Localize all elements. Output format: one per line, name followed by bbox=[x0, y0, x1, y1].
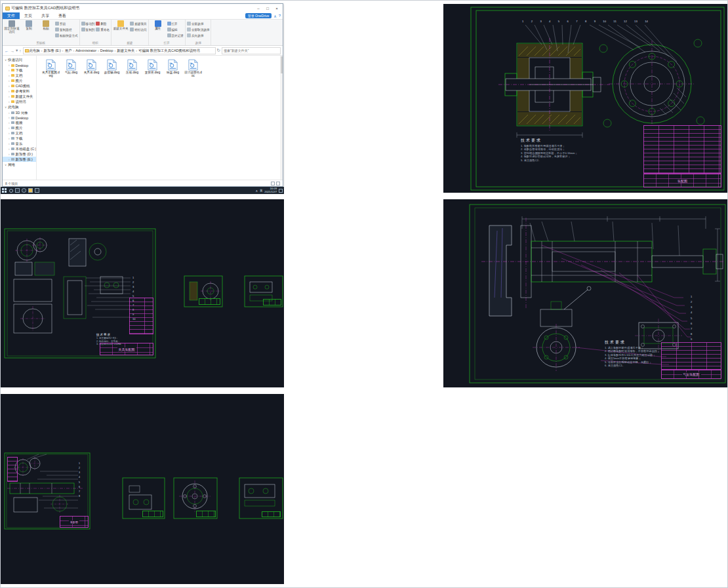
open-button[interactable]: 打开 bbox=[167, 21, 184, 26]
scrollbar-thumb[interactable] bbox=[281, 56, 283, 73]
quick-access-list: Desktop下载文档图片CAD图纸参考资料新建文件夹说明书 bbox=[3, 63, 36, 104]
sidebar-item[interactable]: 3D 对象 bbox=[3, 110, 36, 115]
invert-selection-button[interactable]: 反向选择 bbox=[187, 33, 210, 38]
maximize-button[interactable]: □ bbox=[263, 5, 272, 12]
select-none-button[interactable]: 全部取消选择 bbox=[187, 27, 210, 32]
copy-button[interactable]: 复制 bbox=[21, 20, 37, 31]
sidebar-item[interactable]: 新加卷 (E:) bbox=[3, 157, 36, 162]
sidebar-item[interactable]: 音乐 bbox=[3, 141, 36, 146]
file-item[interactable]: 夹具体.dwg bbox=[83, 59, 100, 77]
sidebar-item-label: 参考资料 bbox=[16, 89, 30, 94]
drive-icon bbox=[11, 158, 14, 161]
sidebar-item[interactable]: 视频 bbox=[3, 120, 36, 125]
parts-list-table bbox=[661, 342, 721, 370]
sidebar-item[interactable]: 本地磁盘 (C:) bbox=[3, 146, 36, 151]
this-pc-header[interactable]: 此电脑 bbox=[3, 104, 36, 110]
sidebar-item[interactable]: CAD图纸 bbox=[3, 83, 36, 88]
start-button[interactable] bbox=[2, 188, 7, 193]
sidebar-item[interactable]: Desktop bbox=[3, 115, 36, 120]
search-box[interactable] bbox=[222, 47, 281, 54]
copy-path-button[interactable]: 复制路径 bbox=[55, 27, 78, 32]
recent-dropdown-icon[interactable]: ▾ bbox=[16, 48, 18, 53]
sidebar-item[interactable]: 说明书 bbox=[3, 99, 36, 104]
rename-button[interactable]: 重命名 bbox=[96, 27, 110, 32]
window-title: 可编辑 数控加工夹具CAD图纸和说明书 bbox=[11, 5, 79, 11]
edit-button[interactable]: 编辑 bbox=[167, 27, 184, 32]
search-input[interactable] bbox=[224, 49, 279, 52]
paste-shortcut-button[interactable]: 粘贴快捷方式 bbox=[55, 33, 78, 38]
close-button[interactable]: × bbox=[272, 5, 281, 12]
edge-icon[interactable] bbox=[22, 188, 26, 193]
cad-drawing-cylinder-assembly: 123456789 技术要求 1. 进入装配的零件须清洗干净；2. 密封圈装配时… bbox=[443, 199, 727, 387]
forward-button[interactable]: → bbox=[10, 49, 15, 53]
breadcrumb-segment[interactable]: 新加卷 (E:) bbox=[40, 49, 61, 52]
quick-access-header[interactable]: 快速访问 bbox=[3, 57, 36, 63]
sidebar-item[interactable]: 新加卷 (D:) bbox=[3, 151, 36, 157]
breadcrumb-segment[interactable]: Administrator bbox=[71, 49, 96, 52]
pin-to-quick-access-button[interactable]: 固定到快速访问 bbox=[4, 20, 20, 34]
move-to-button[interactable]: 移动到 bbox=[81, 21, 95, 26]
breadcrumb-segment[interactable]: 可编辑 数控加工夹具CAD图纸和说明书 bbox=[134, 49, 200, 52]
copy-to-button[interactable]: 复制到 bbox=[81, 27, 95, 32]
minimize-button[interactable]: – bbox=[254, 5, 263, 12]
collapse-ribbon-icon[interactable]: ∧ bbox=[273, 14, 276, 18]
tab-share[interactable]: 共享 bbox=[37, 12, 54, 19]
task-view-icon[interactable] bbox=[15, 188, 20, 193]
breadcrumb-segment[interactable]: Desktop bbox=[96, 49, 113, 52]
scrollbar[interactable] bbox=[280, 56, 283, 180]
tab-home[interactable]: 主页 bbox=[20, 12, 37, 19]
search-icon[interactable] bbox=[9, 188, 13, 193]
breadcrumb-segment[interactable]: 新建文件夹 bbox=[113, 49, 135, 52]
up-button[interactable]: ↑ bbox=[19, 49, 21, 53]
breadcrumb-segment[interactable]: 此电脑 bbox=[30, 49, 40, 52]
file-item[interactable]: 压板.dwg bbox=[123, 59, 141, 77]
refresh-icon[interactable]: ↻ bbox=[217, 48, 220, 53]
details-view-icon[interactable] bbox=[271, 182, 275, 186]
sidebar-item[interactable]: 图片 bbox=[3, 78, 36, 83]
file-item[interactable]: 设计说明书.doc bbox=[184, 59, 202, 77]
breadcrumb-segment[interactable]: 用户 bbox=[61, 49, 72, 52]
sidebar-item[interactable]: 下载 bbox=[3, 136, 36, 141]
sidebar-item[interactable]: 参考资料 bbox=[3, 88, 36, 94]
easy-access-button[interactable]: 轻松访问 bbox=[130, 27, 146, 32]
network-header[interactable]: 网络 bbox=[3, 162, 36, 168]
file-item[interactable]: 夹具装配图.dwg bbox=[42, 59, 60, 77]
thumbnails-view-icon[interactable] bbox=[276, 182, 280, 186]
file-item[interactable]: 转盘.dwg bbox=[164, 59, 182, 77]
paste-button[interactable]: 粘贴 bbox=[38, 20, 54, 31]
onedrive-login-button[interactable]: 登录 OneDrive bbox=[245, 13, 272, 18]
tray-chevron-icon[interactable]: ∧ bbox=[256, 189, 258, 193]
sidebar-item[interactable]: 文档 bbox=[3, 130, 36, 136]
sidebar-item[interactable]: 下载 bbox=[3, 68, 36, 73]
title-block: 气缸装配图 bbox=[661, 370, 721, 379]
file-explorer-icon[interactable] bbox=[28, 188, 33, 193]
delete-button[interactable]: 删除 bbox=[96, 21, 110, 26]
open-icon bbox=[167, 22, 171, 26]
properties-button[interactable]: 属性 bbox=[150, 20, 166, 31]
select-all-button[interactable]: 全部选择 bbox=[187, 21, 210, 26]
file-item[interactable]: 气缸.dwg bbox=[62, 59, 80, 77]
ime-indicator[interactable]: 英 bbox=[260, 189, 262, 192]
file-item[interactable]: 连接轴.dwg bbox=[103, 59, 121, 77]
file-item[interactable]: 支撑座.dwg bbox=[144, 59, 161, 77]
breadcrumb[interactable]: 此电脑新加卷 (E:)用户AdministratorDesktop新建文件夹可编… bbox=[23, 47, 216, 54]
balloon-number: 7 bbox=[691, 327, 692, 330]
tab-file[interactable]: 文件 bbox=[3, 12, 20, 19]
taskbar: ∧ 英 16:09 2021/12/7 bbox=[1, 187, 284, 194]
new-item-button[interactable]: 新建项目 bbox=[130, 21, 146, 26]
app-icon[interactable] bbox=[35, 188, 39, 193]
tab-view[interactable]: 查看 bbox=[54, 12, 71, 19]
clock[interactable]: 16:09 2021/12/7 bbox=[264, 187, 277, 193]
back-button[interactable]: ← bbox=[5, 49, 9, 53]
history-button[interactable]: 历史记录 bbox=[167, 33, 184, 38]
help-icon[interactable]: ? bbox=[279, 14, 281, 18]
sidebar-item[interactable]: 图片 bbox=[3, 125, 36, 130]
drive-icon bbox=[11, 117, 14, 119]
action-center-icon[interactable] bbox=[279, 189, 283, 193]
sidebar-item[interactable]: 新建文件夹 bbox=[3, 94, 36, 99]
cut-button[interactable]: 剪切 bbox=[55, 21, 78, 26]
title-bar[interactable]: 可编辑 数控加工夹具CAD图纸和说明书 – □ × bbox=[3, 4, 283, 12]
sidebar-item[interactable]: 文档 bbox=[3, 73, 36, 78]
sidebar-item[interactable]: Desktop bbox=[3, 63, 36, 68]
new-folder-button[interactable]: 新建文件夹 bbox=[113, 20, 129, 31]
